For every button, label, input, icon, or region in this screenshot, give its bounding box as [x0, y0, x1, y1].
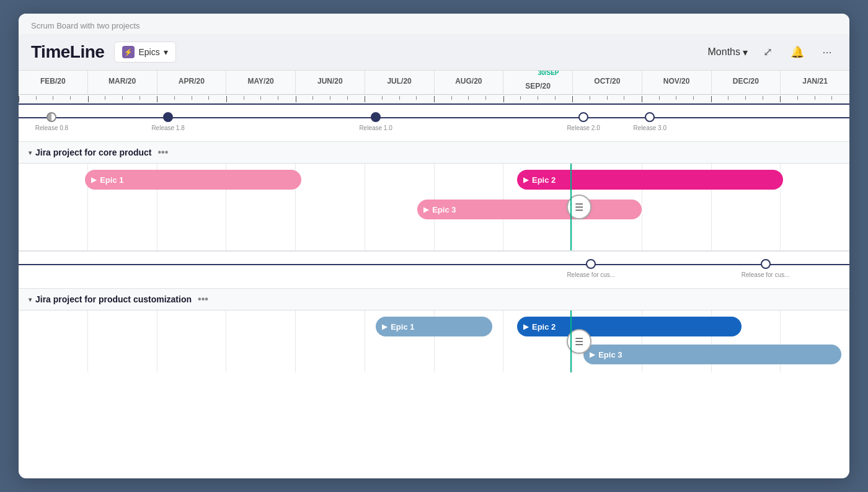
project2-header: ▾ Jira project for product customization…	[19, 289, 849, 310]
milestone-4: Release 3.0	[634, 112, 666, 131]
month-cell-6: AUG/20	[435, 71, 504, 94]
epics-label: Epics	[138, 47, 159, 57]
epic-arrow-1: ▶	[523, 323, 528, 331]
more-icon[interactable]: ···	[817, 42, 837, 62]
milestone-1: Release 1.8	[151, 112, 184, 131]
epic-arrow-2: ▶	[590, 351, 595, 359]
milestone-label-3: Release 2.0	[567, 125, 600, 131]
months-button[interactable]: Months ▾	[708, 46, 748, 58]
window-label: Scrum Board with two projects	[19, 14, 849, 34]
epic-bar-2[interactable]: ▶Epic 3	[583, 345, 841, 364]
epic-bar-1[interactable]: ▶Epic 2	[517, 170, 783, 190]
milestone-dot-1	[761, 259, 771, 269]
grid-col-11	[781, 164, 849, 250]
milestone-line-2	[19, 264, 849, 265]
milestone-3: Release 2.0	[567, 112, 600, 131]
milestone-dot-3	[578, 112, 588, 122]
month-cell-7: 30/SEPSEP/20	[503, 71, 573, 94]
epic-bar-0[interactable]: ▶Epic 1	[376, 317, 492, 336]
epics-icon: ⚡	[122, 46, 135, 58]
tick-row	[19, 95, 849, 105]
project1-more-icon[interactable]: •••	[157, 147, 168, 158]
epic-label-2: Epic 3	[432, 205, 456, 214]
month-cell-4: JUN/20	[296, 71, 365, 94]
project1-section: ▾ Jira project for core product •••	[19, 142, 849, 164]
milestone-label-1: Release for cus...	[742, 271, 790, 278]
epic-label-2: Epic 3	[598, 350, 622, 359]
milestone-line	[19, 117, 849, 118]
project2-name: Jira project for product customization	[35, 294, 192, 304]
month-cell-11: JAN/21	[781, 71, 849, 94]
main-window: Scrum Board with two projects TimeLine ⚡…	[19, 14, 849, 478]
project2-section: ▾ Jira project for product customization…	[19, 289, 849, 310]
milestone-0: Release for cus...	[567, 259, 615, 278]
epic-arrow-2: ▶	[423, 206, 428, 214]
bell-icon[interactable]: 🔔	[787, 42, 807, 62]
today-line-1	[570, 164, 572, 250]
epic-label-0: Epic 1	[391, 322, 414, 332]
month-header: FEB/20MAR/20APR/20MAY/20JUN/20JUL/20AUG/…	[19, 71, 849, 95]
grid-col-0	[19, 310, 88, 372]
epic-label-1: Epic 2	[532, 175, 556, 185]
milestone-label-2: Release 1.0	[359, 125, 392, 131]
milestone-row-project1: Release 0.8Release 1.8Release 1.0Release…	[19, 105, 849, 142]
milestone-1: Release for cus...	[742, 259, 790, 278]
project2-gantt: ☰▶Epic 1▶Epic 2▶Epic 3	[19, 310, 849, 372]
month-cell-2: APR/20	[157, 71, 227, 94]
grid-col-3	[226, 310, 296, 372]
project1-name: Jira project for core product	[35, 147, 151, 157]
toolbar: TimeLine ⚡ Epics ▾ Months ▾ ⤢ 🔔 ···	[19, 34, 849, 71]
epics-button[interactable]: ⚡ Epics ▾	[114, 42, 175, 63]
today-label: 30/SEP	[538, 71, 559, 76]
milestone-label-1: Release 1.8	[151, 125, 184, 131]
grid-col-0	[19, 164, 88, 250]
project2-more-icon[interactable]: •••	[198, 294, 208, 305]
today-line-2	[570, 310, 572, 372]
grid-col-4	[296, 310, 365, 372]
epics-chevron-icon: ▾	[164, 47, 168, 57]
epic-bar-0[interactable]: ▶Epic 1	[85, 170, 301, 190]
epic-label-0: Epic 1	[100, 175, 123, 185]
epic-label-1: Epic 2	[532, 322, 556, 332]
milestone-dot-4	[645, 112, 655, 122]
grid-col-2	[157, 310, 227, 372]
app-title: TimeLine	[31, 42, 104, 62]
epic-arrow-0: ▶	[91, 176, 96, 184]
grid-col-4	[296, 164, 365, 250]
expand-icon[interactable]: ⤢	[758, 42, 777, 62]
milestone-label-0: Release 0.8	[35, 125, 68, 131]
month-cell-8: OCT/20	[573, 71, 642, 94]
project2-chevron-icon[interactable]: ▾	[29, 296, 32, 303]
project1-chevron-icon[interactable]: ▾	[29, 149, 32, 156]
milestone-label-4: Release 3.0	[634, 125, 666, 131]
epic-bar-1[interactable]: ▶Epic 2	[517, 317, 742, 336]
project1-gantt: ☰▶Epic 1▶Epic 2▶Epic 3	[19, 164, 849, 250]
epic-arrow-1: ▶	[523, 176, 528, 184]
milestone-dot-0	[586, 259, 596, 269]
month-cell-0: FEB/20	[19, 71, 88, 94]
month-cell-5: JUL/20	[365, 71, 435, 94]
month-cell-10: DEC/20	[712, 71, 781, 94]
epic-bar-2[interactable]: ▶Epic 3	[417, 200, 642, 219]
toolbar-left: TimeLine ⚡ Epics ▾	[31, 42, 176, 63]
month-cell-3: MAY/20	[226, 71, 296, 94]
milestone-label-0: Release for cus...	[567, 271, 615, 278]
months-label: Months	[708, 46, 740, 58]
project1-header: ▾ Jira project for core product •••	[19, 142, 849, 163]
milestone-2: Release 1.0	[359, 112, 392, 131]
timeline-area: FEB/20MAR/20APR/20MAY/20JUN/20JUL/20AUG/…	[19, 71, 849, 372]
months-chevron-icon: ▾	[743, 46, 748, 58]
milestone-row-project2: Release for cus...Release for cus...	[19, 252, 849, 289]
grid-col-1	[88, 310, 157, 372]
milestone-dot-2	[371, 112, 381, 122]
milestone-0: Release 0.8	[35, 112, 68, 131]
month-cell-9: NOV/20	[642, 71, 712, 94]
month-cell-1: MAR/20	[88, 71, 157, 94]
milestone-dot-0	[46, 112, 56, 122]
milestone-dot-1	[163, 112, 173, 122]
epic-arrow-0: ▶	[382, 323, 387, 331]
toolbar-right: Months ▾ ⤢ 🔔 ···	[708, 42, 837, 62]
